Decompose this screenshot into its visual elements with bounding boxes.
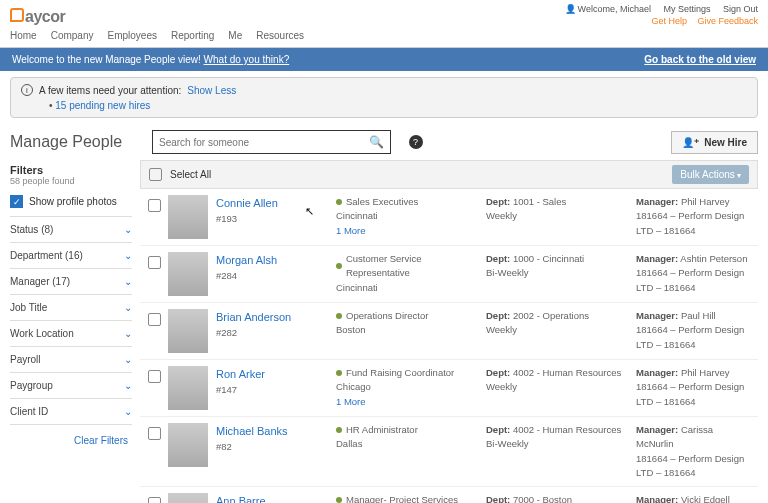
nav-me[interactable]: Me [228, 30, 242, 41]
dept-label: Dept: [486, 494, 510, 503]
pending-new-hires-link[interactable]: 15 pending new hires [49, 100, 747, 111]
person-manager: Phil Harvey [681, 196, 730, 207]
person-location: Dallas [336, 437, 486, 451]
nav-resources[interactable]: Resources [256, 30, 304, 41]
show-profile-photos-toggle[interactable]: ✓ Show profile photos [10, 187, 132, 217]
filter-job-title[interactable]: Job Title⌄ [10, 295, 132, 321]
person-location: Cincinnati [336, 209, 486, 223]
select-all-checkbox[interactable] [149, 168, 162, 181]
top-utility-nav: Welcome, Michael My Settings Sign Out Ge… [555, 4, 758, 26]
avatar[interactable] [168, 423, 208, 467]
filter-work-location[interactable]: Work Location⌄ [10, 321, 132, 347]
person-dept: 2002 - Operations [513, 310, 589, 321]
row-checkbox[interactable] [148, 313, 161, 326]
main-nav: Home Company Employees Reporting Me Reso… [0, 26, 768, 48]
list-header: Select All Bulk Actions [140, 160, 758, 189]
avatar[interactable] [168, 195, 208, 239]
search-box[interactable]: 🔍 [152, 130, 391, 154]
person-company: 181664 – Perform Design LTD – 181664 [636, 452, 750, 481]
person-name-link[interactable]: Michael Banks [216, 423, 336, 440]
row-checkbox[interactable] [148, 370, 161, 383]
people-list: Select All Bulk Actions Connie Allen #19… [140, 160, 758, 503]
person-name-link[interactable]: Brian Anderson [216, 309, 336, 326]
row-checkbox[interactable] [148, 256, 161, 269]
avatar[interactable] [168, 366, 208, 410]
more-link[interactable]: 1 More [336, 395, 486, 409]
status-dot-icon [336, 263, 342, 269]
person-row: Ann Barre #105 Manager- Project Services… [140, 487, 758, 503]
add-person-icon: 👤⁺ [682, 137, 699, 148]
filter-status[interactable]: Status (8)⌄ [10, 217, 132, 243]
row-checkbox[interactable] [148, 199, 161, 212]
filter-department[interactable]: Department (16)⌄ [10, 243, 132, 269]
clear-filters-link[interactable]: Clear Filters [10, 425, 132, 456]
show-less-link[interactable]: Show Less [187, 85, 236, 96]
person-pay-frequency: Weekly [486, 209, 636, 223]
person-manager: Phil Harvey [681, 367, 730, 378]
go-back-old-view-link[interactable]: Go back to the old view [644, 54, 756, 65]
person-dept: 1001 - Sales [513, 196, 566, 207]
person-manager: Paul Hill [681, 310, 716, 321]
page-title: Manage People [10, 133, 140, 151]
person-role: Fund Raising Coordinator [346, 366, 454, 380]
status-dot-icon [336, 199, 342, 205]
filter-manager[interactable]: Manager (17)⌄ [10, 269, 132, 295]
person-id: #193 [216, 212, 336, 226]
manager-label: Manager: [636, 196, 678, 207]
give-feedback-link[interactable]: Give Feedback [697, 16, 758, 26]
filter-client-id[interactable]: Client ID⌄ [10, 399, 132, 425]
person-pay-frequency: Weekly [486, 380, 636, 394]
person-location: Boston [336, 323, 486, 337]
person-row: Connie Allen #193 Sales Executives Cinci… [140, 189, 758, 246]
search-input[interactable] [159, 137, 369, 148]
dept-label: Dept: [486, 367, 510, 378]
new-hire-button[interactable]: 👤⁺ New Hire [671, 131, 758, 154]
row-checkbox[interactable] [148, 427, 161, 440]
person-name-link[interactable]: Ann Barre [216, 493, 336, 503]
filters-title: Filters [10, 164, 132, 176]
nav-reporting[interactable]: Reporting [171, 30, 214, 41]
alert-message: A few items need your attention: [39, 85, 181, 96]
get-help-link[interactable]: Get Help [651, 16, 687, 26]
row-checkbox[interactable] [148, 497, 161, 503]
bulk-actions-button[interactable]: Bulk Actions [672, 165, 749, 184]
chevron-down-icon: ⌄ [124, 406, 132, 417]
more-link[interactable]: 1 More [336, 224, 486, 238]
logo-mark [10, 8, 24, 22]
avatar[interactable] [168, 493, 208, 503]
banner-feedback-link[interactable]: What do you think? [204, 54, 290, 65]
person-company: 181664 – Perform Design LTD – 181664 [636, 209, 750, 238]
person-name-link[interactable]: Ron Arker [216, 366, 336, 383]
filter-paygroup[interactable]: Paygroup⌄ [10, 373, 132, 399]
nav-employees[interactable]: Employees [108, 30, 157, 41]
sign-out-link[interactable]: Sign Out [723, 4, 758, 14]
status-dot-icon [336, 427, 342, 433]
nav-company[interactable]: Company [51, 30, 94, 41]
person-row: Michael Banks #82 HR Administrator Dalla… [140, 417, 758, 487]
person-id: #282 [216, 326, 336, 340]
welcome-user[interactable]: Welcome, Michael [565, 4, 651, 14]
person-name-link[interactable]: Connie Allen [216, 195, 336, 212]
info-icon: i [21, 84, 33, 96]
help-icon[interactable]: ? [409, 135, 423, 149]
avatar[interactable] [168, 252, 208, 296]
person-row: Brian Anderson #282 Operations Director … [140, 303, 758, 360]
my-settings-link[interactable]: My Settings [663, 4, 710, 14]
manager-label: Manager: [636, 253, 678, 264]
new-hire-label: New Hire [704, 137, 747, 148]
person-row: Morgan Alsh #284 Customer Service Repres… [140, 246, 758, 303]
person-id: #284 [216, 269, 336, 283]
chevron-down-icon: ⌄ [124, 328, 132, 339]
nav-home[interactable]: Home [10, 30, 37, 41]
manager-label: Manager: [636, 424, 678, 435]
person-role: Customer Service Representative [346, 252, 486, 281]
avatar[interactable] [168, 309, 208, 353]
logo: aycor [10, 8, 65, 26]
filter-payroll[interactable]: Payroll⌄ [10, 347, 132, 373]
search-icon[interactable]: 🔍 [369, 135, 384, 149]
dept-label: Dept: [486, 310, 510, 321]
manager-label: Manager: [636, 494, 678, 503]
dept-label: Dept: [486, 196, 510, 207]
person-row: Ron Arker #147 Fund Raising Coordinator … [140, 360, 758, 417]
person-name-link[interactable]: Morgan Alsh [216, 252, 336, 269]
